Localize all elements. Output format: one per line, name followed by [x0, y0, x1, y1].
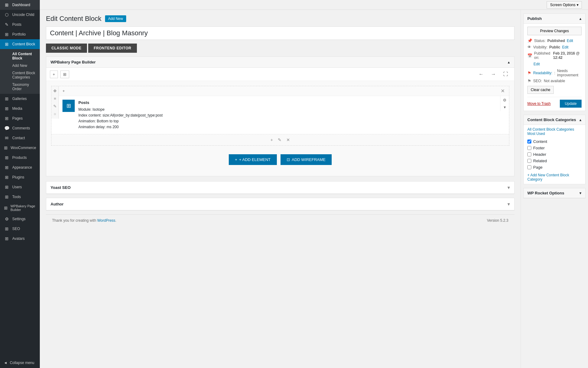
add-category-link[interactable]: + Add New Content Block Category [527, 173, 582, 182]
publish-header[interactable]: Publish [524, 14, 585, 24]
add-row-button[interactable]: + [50, 71, 58, 78]
row-bottom-delete-button[interactable]: ✕ [285, 137, 291, 143]
classic-mode-button[interactable]: CLASSIC MODE [46, 44, 87, 53]
sidebar-item-products[interactable]: ⊞ Products [0, 153, 40, 163]
sidebar-item-uncode-child[interactable]: ⬡ Uncode Child [0, 10, 40, 20]
add-wireframe-button[interactable]: ⊡ ADD WIREFRAME [281, 154, 332, 165]
frontend-editor-button[interactable]: FRONTEND EDITOR [88, 44, 137, 53]
wordpress-link[interactable]: WordPress [97, 218, 115, 223]
category-checkbox-content[interactable] [527, 140, 531, 144]
grid-view-button[interactable]: ⊞ [60, 71, 69, 78]
seo-row: ⚑ SEO: Not available [527, 79, 582, 83]
yoast-seo-header[interactable]: Yoast SEO [46, 182, 514, 194]
posts-icon: ✎ [4, 22, 10, 27]
seo-status-icon: ⚑ [527, 79, 531, 83]
status-edit-link[interactable]: Edit [567, 39, 573, 43]
row-settings-button[interactable]: ⚙ [502, 97, 508, 103]
categories-header[interactable]: Content Block Categories [524, 115, 585, 125]
category-checkbox-footer[interactable] [527, 146, 531, 150]
sidebar-item-media[interactable]: ⊞ Media [0, 104, 40, 113]
row-close-button[interactable]: ✕ [499, 87, 507, 94]
expand-button[interactable]: ⛶ [501, 70, 511, 78]
sidebar-item-users[interactable]: ⊞ Users [0, 182, 40, 192]
wp-rocket-box: WP Rocket Options [523, 188, 586, 198]
sidebar-item-seo[interactable]: ⊞ SEO [0, 224, 40, 234]
row-add-column-button[interactable]: + [61, 88, 66, 94]
post-title-input[interactable] [46, 26, 514, 40]
add-element-button[interactable]: + + ADD ELEMENT [229, 154, 277, 165]
row-bottom-edit-button[interactable]: ✎ [277, 137, 283, 143]
sidebar-item-woocommerce[interactable]: ⊞ WooCommerce [0, 143, 40, 153]
sidebar-item-content-block[interactable]: ⊞ Content Block [0, 39, 40, 49]
seo-icon: ⊞ [4, 226, 10, 231]
add-new-button[interactable]: Add New [105, 15, 126, 22]
sidebar-item-wpbakery[interactable]: ⊞ WPBakery Page Builder [0, 202, 40, 214]
sidebar-item-settings[interactable]: ⚙ Settings [0, 214, 40, 224]
categories-filter-links: All Content Block Categories Most Used [527, 127, 582, 136]
category-checkbox-related[interactable] [527, 159, 531, 163]
sidebar-item-tools[interactable]: ⊞ Tools [0, 192, 40, 202]
readability-link[interactable]: Readability: [533, 71, 552, 75]
add-element-area: + + ADD ELEMENT ⊡ ADD WIREFRAME [51, 148, 509, 171]
category-checkbox-header[interactable] [527, 152, 531, 156]
avatars-icon: ⊞ [4, 236, 10, 241]
all-categories-link[interactable]: All Content Block Categories [527, 127, 574, 132]
element-details: Posts Module: Isotope Index content: siz… [78, 100, 163, 130]
wp-rocket-header[interactable]: WP Rocket Options [524, 188, 585, 198]
author-header[interactable]: Author [46, 198, 514, 210]
wpbakery-builder-panel: WPBakery Page Builder + ⊞ ← → ⛶ [46, 56, 514, 176]
sidebar-item-posts[interactable]: ✎ Posts [0, 20, 40, 29]
add-element-plus-icon: + [235, 157, 237, 162]
sidebar-item-contact[interactable]: ✉ Contact [0, 133, 40, 143]
row-bottom-add-button[interactable]: + [269, 137, 274, 143]
sidebar-item-avatars[interactable]: ⊞ Avatars [0, 234, 40, 243]
sidebar-item-pages[interactable]: ⊞ Pages [0, 113, 40, 123]
page-footer: Thank you for creating with WordPress. V… [46, 214, 514, 226]
sidebar-item-plugins[interactable]: ⊞ Plugins [0, 172, 40, 182]
builder-header[interactable]: WPBakery Page Builder [46, 57, 514, 68]
element-block: ⊞ Posts Module: Isotope Index content: s… [59, 96, 500, 134]
sidebar: ⊞ Dashboard ⬡ Uncode Child ✎ Posts ⊞ Por… [0, 0, 40, 368]
screen-options-button[interactable]: Screen Options ▾ [547, 1, 582, 9]
calendar-icon: 📅 [527, 53, 532, 58]
publish-date-row: 📅 Published on: Feb 23, 2016 @ 12:42 [527, 51, 582, 60]
sidebar-item-dashboard[interactable]: ⊞ Dashboard [0, 0, 40, 10]
page-header: Edit Content Block Add New [46, 15, 514, 23]
publish-toggle-icon [579, 16, 582, 21]
visibility-edit-link[interactable]: Edit [562, 45, 568, 49]
yoast-seo-box: Yoast SEO [46, 181, 514, 194]
update-button[interactable]: Update [560, 100, 582, 108]
sidebar-sub-taxonomy-order[interactable]: Taxonomy Order [10, 81, 40, 93]
sidebar-item-comments[interactable]: 💬 Comments [0, 123, 40, 133]
row-radio-button[interactable]: ○ [53, 111, 57, 117]
pages-icon: ⊞ [4, 116, 10, 121]
author-box: Author [46, 198, 514, 211]
media-icon: ⊞ [4, 106, 10, 111]
sidebar-item-appearance[interactable]: ⊞ Appearance [0, 163, 40, 172]
published-date-edit-link[interactable]: Edit [533, 62, 540, 66]
most-used-link[interactable]: Most Used [527, 132, 545, 136]
sidebar-sub-add-new[interactable]: Add New [10, 62, 40, 69]
sidebar-item-galleries[interactable]: ⊞ Galleries [0, 94, 40, 104]
row-arrow-button[interactable]: ▾ [502, 104, 508, 110]
row-edit-button[interactable]: ✎ [53, 103, 57, 109]
page-title: Edit Content Block [46, 15, 101, 23]
next-button[interactable]: → [488, 70, 498, 78]
sidebar-sub-categories[interactable]: Content Block Categories [10, 69, 40, 81]
move-to-trash-button[interactable]: Move to Trash [527, 102, 551, 106]
uncode-child-icon: ⬡ [4, 12, 10, 17]
status-icon: 📌 [527, 38, 532, 43]
builder-row: ✥ ≡ ✎ ○ + ✕ [51, 86, 509, 146]
element-index-content: Index content: size:All|order_by:date|po… [78, 113, 163, 118]
collapse-menu-button[interactable]: ◄ Collapse menu [0, 358, 40, 368]
sidebar-sub-all-content-block[interactable]: All Content Block [10, 50, 40, 62]
row-drag-button[interactable]: ≡ [53, 96, 57, 102]
category-checkbox-page[interactable] [527, 165, 531, 169]
sidebar-item-portfolio[interactable]: ⊞ Portfolio [0, 29, 40, 39]
preview-changes-button[interactable]: Preview Changes [527, 27, 582, 35]
clear-cache-button[interactable]: Clear cache [527, 86, 554, 94]
prev-button[interactable]: ← [476, 70, 486, 78]
builder-collapse-icon [508, 60, 510, 64]
row-move-button[interactable]: ✥ [53, 88, 57, 94]
settings-icon: ⚙ [4, 217, 10, 221]
